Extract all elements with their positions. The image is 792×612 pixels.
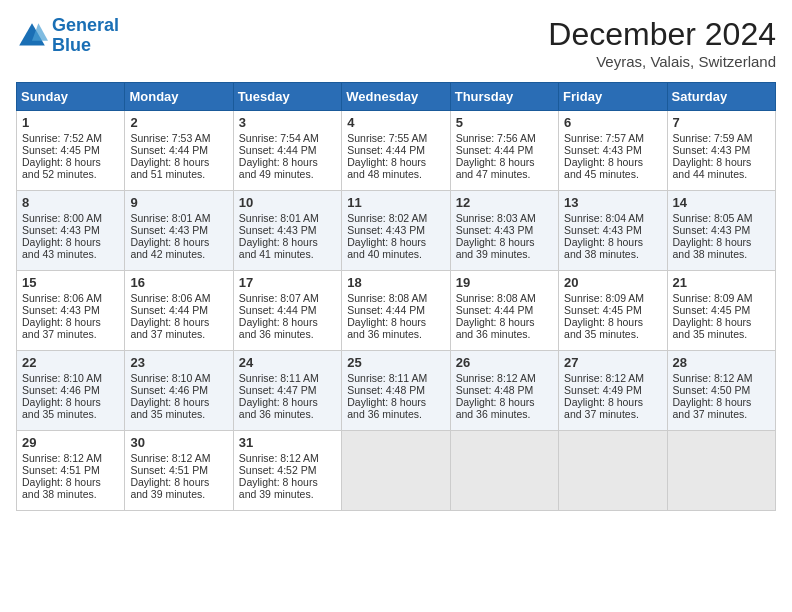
daylight-text: Daylight: 8 hours and 37 minutes. [22,316,101,340]
day-number: 17 [239,275,336,290]
sunrise-text: Sunrise: 8:12 AM [673,372,753,384]
sunrise-text: Sunrise: 8:06 AM [22,292,102,304]
daylight-text: Daylight: 8 hours and 35 minutes. [564,316,643,340]
day-number: 10 [239,195,336,210]
sunset-text: Sunset: 4:44 PM [239,144,317,156]
calendar-cell [559,431,667,511]
calendar-cell: 29Sunrise: 8:12 AMSunset: 4:51 PMDayligh… [17,431,125,511]
daylight-text: Daylight: 8 hours and 43 minutes. [22,236,101,260]
calendar-cell: 19Sunrise: 8:08 AMSunset: 4:44 PMDayligh… [450,271,558,351]
sunrise-text: Sunrise: 8:01 AM [130,212,210,224]
day-number: 16 [130,275,227,290]
sunset-text: Sunset: 4:48 PM [347,384,425,396]
calendar-table: SundayMondayTuesdayWednesdayThursdayFrid… [16,82,776,511]
daylight-text: Daylight: 8 hours and 40 minutes. [347,236,426,260]
day-number: 22 [22,355,119,370]
calendar-cell: 21Sunrise: 8:09 AMSunset: 4:45 PMDayligh… [667,271,775,351]
sunset-text: Sunset: 4:44 PM [347,144,425,156]
calendar-cell: 26Sunrise: 8:12 AMSunset: 4:48 PMDayligh… [450,351,558,431]
weekday-header-thursday: Thursday [450,83,558,111]
sunrise-text: Sunrise: 8:11 AM [347,372,427,384]
sunrise-text: Sunrise: 8:11 AM [239,372,319,384]
weekday-header-sunday: Sunday [17,83,125,111]
sunset-text: Sunset: 4:45 PM [564,304,642,316]
day-number: 2 [130,115,227,130]
daylight-text: Daylight: 8 hours and 41 minutes. [239,236,318,260]
logo: General Blue [16,16,119,56]
calendar-cell: 23Sunrise: 8:10 AMSunset: 4:46 PMDayligh… [125,351,233,431]
calendar-cell: 4Sunrise: 7:55 AMSunset: 4:44 PMDaylight… [342,111,450,191]
sunset-text: Sunset: 4:44 PM [239,304,317,316]
logo-icon [16,20,48,52]
calendar-cell: 10Sunrise: 8:01 AMSunset: 4:43 PMDayligh… [233,191,341,271]
sunrise-text: Sunrise: 8:12 AM [22,452,102,464]
calendar-cell: 30Sunrise: 8:12 AMSunset: 4:51 PMDayligh… [125,431,233,511]
calendar-cell: 11Sunrise: 8:02 AMSunset: 4:43 PMDayligh… [342,191,450,271]
sunrise-text: Sunrise: 8:06 AM [130,292,210,304]
sunset-text: Sunset: 4:47 PM [239,384,317,396]
calendar-cell: 13Sunrise: 8:04 AMSunset: 4:43 PMDayligh… [559,191,667,271]
weekday-header-monday: Monday [125,83,233,111]
sunset-text: Sunset: 4:48 PM [456,384,534,396]
daylight-text: Daylight: 8 hours and 45 minutes. [564,156,643,180]
daylight-text: Daylight: 8 hours and 36 minutes. [347,396,426,420]
day-number: 15 [22,275,119,290]
calendar-cell: 22Sunrise: 8:10 AMSunset: 4:46 PMDayligh… [17,351,125,431]
daylight-text: Daylight: 8 hours and 47 minutes. [456,156,535,180]
daylight-text: Daylight: 8 hours and 52 minutes. [22,156,101,180]
calendar-cell: 25Sunrise: 8:11 AMSunset: 4:48 PMDayligh… [342,351,450,431]
daylight-text: Daylight: 8 hours and 36 minutes. [347,316,426,340]
daylight-text: Daylight: 8 hours and 35 minutes. [673,316,752,340]
day-number: 26 [456,355,553,370]
sunset-text: Sunset: 4:46 PM [22,384,100,396]
sunset-text: Sunset: 4:43 PM [239,224,317,236]
sunrise-text: Sunrise: 8:07 AM [239,292,319,304]
sunrise-text: Sunrise: 8:12 AM [456,372,536,384]
calendar-cell: 18Sunrise: 8:08 AMSunset: 4:44 PMDayligh… [342,271,450,351]
sunrise-text: Sunrise: 8:05 AM [673,212,753,224]
sunset-text: Sunset: 4:45 PM [22,144,100,156]
day-number: 1 [22,115,119,130]
sunset-text: Sunset: 4:44 PM [456,144,534,156]
month-title: December 2024 [548,16,776,53]
sunset-text: Sunset: 4:43 PM [22,304,100,316]
day-number: 9 [130,195,227,210]
daylight-text: Daylight: 8 hours and 48 minutes. [347,156,426,180]
sunset-text: Sunset: 4:44 PM [130,144,208,156]
day-number: 25 [347,355,444,370]
daylight-text: Daylight: 8 hours and 49 minutes. [239,156,318,180]
calendar-cell: 7Sunrise: 7:59 AMSunset: 4:43 PMDaylight… [667,111,775,191]
day-number: 3 [239,115,336,130]
sunrise-text: Sunrise: 8:12 AM [239,452,319,464]
sunset-text: Sunset: 4:43 PM [673,144,751,156]
sunrise-text: Sunrise: 7:57 AM [564,132,644,144]
sunset-text: Sunset: 4:50 PM [673,384,751,396]
day-number: 29 [22,435,119,450]
calendar-cell: 3Sunrise: 7:54 AMSunset: 4:44 PMDaylight… [233,111,341,191]
weekday-header-saturday: Saturday [667,83,775,111]
sunrise-text: Sunrise: 8:10 AM [130,372,210,384]
sunrise-text: Sunrise: 8:01 AM [239,212,319,224]
calendar-cell: 27Sunrise: 8:12 AMSunset: 4:49 PMDayligh… [559,351,667,431]
calendar-cell [342,431,450,511]
sunset-text: Sunset: 4:44 PM [347,304,425,316]
sunset-text: Sunset: 4:43 PM [564,144,642,156]
day-number: 7 [673,115,770,130]
calendar-cell: 8Sunrise: 8:00 AMSunset: 4:43 PMDaylight… [17,191,125,271]
calendar-cell: 28Sunrise: 8:12 AMSunset: 4:50 PMDayligh… [667,351,775,431]
sunrise-text: Sunrise: 8:02 AM [347,212,427,224]
sunrise-text: Sunrise: 7:56 AM [456,132,536,144]
sunset-text: Sunset: 4:43 PM [130,224,208,236]
calendar-cell: 14Sunrise: 8:05 AMSunset: 4:43 PMDayligh… [667,191,775,271]
sunrise-text: Sunrise: 8:09 AM [564,292,644,304]
calendar-cell: 24Sunrise: 8:11 AMSunset: 4:47 PMDayligh… [233,351,341,431]
weekday-header-wednesday: Wednesday [342,83,450,111]
location-title: Veyras, Valais, Switzerland [548,53,776,70]
daylight-text: Daylight: 8 hours and 38 minutes. [673,236,752,260]
daylight-text: Daylight: 8 hours and 37 minutes. [130,316,209,340]
daylight-text: Daylight: 8 hours and 37 minutes. [673,396,752,420]
sunset-text: Sunset: 4:51 PM [22,464,100,476]
daylight-text: Daylight: 8 hours and 39 minutes. [456,236,535,260]
sunrise-text: Sunrise: 7:55 AM [347,132,427,144]
daylight-text: Daylight: 8 hours and 44 minutes. [673,156,752,180]
